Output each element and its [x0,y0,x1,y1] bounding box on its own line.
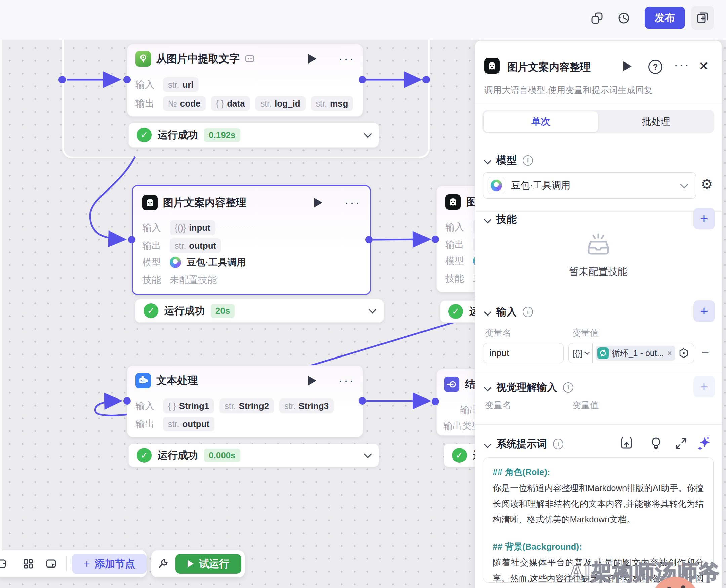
plugin-badge-icon [245,55,254,63]
publish-button[interactable]: 发布 [645,7,685,29]
tab-batch[interactable]: 批处理 [598,110,714,133]
port-extract-in[interactable] [123,76,131,83]
add-node-button[interactable]: + 添加节点 [72,554,147,574]
history-icon[interactable] [616,10,632,26]
panel-run-icon[interactable] [623,62,631,71]
node-title: 从图片中提取文字 [156,52,240,66]
node-run-icon[interactable] [308,54,316,63]
add-visual-input-button[interactable]: + [693,376,715,398]
link-icon[interactable] [589,10,605,26]
chevron-down-icon[interactable] [364,450,372,458]
divider [475,424,722,425]
model-settings-icon[interactable]: ⚙ [701,176,713,192]
chevron-down-icon[interactable] [484,384,492,392]
lightbulb-icon[interactable] [650,437,662,450]
expand-icon[interactable] [675,437,687,450]
test-run-button[interactable]: 试运行 [175,554,241,573]
divider [475,373,722,373]
wrench-icon[interactable] [155,556,171,572]
port-extract-out[interactable] [359,76,366,83]
ref-chip[interactable]: 循环_1 - out... × [596,346,675,360]
param-chip: str.output [170,238,221,253]
chevron-down-icon[interactable] [484,308,492,316]
remove-row-button[interactable]: − [702,345,709,359]
skills-section-title: 技能 [496,213,517,227]
remove-ref-icon[interactable]: × [667,349,672,358]
node-extract-text[interactable]: 从图片中提取文字 ··· 输入 str.url 输出 №code { }data… [127,44,363,117]
model-select-value: 豆包·工具调用 [511,179,571,192]
ai-optimize-icon[interactable] [697,436,711,450]
panel-title: 图片文案内容整理 [507,60,590,74]
node-ref-icon[interactable] [678,348,689,358]
chevron-down-icon[interactable] [484,440,492,448]
chevron-down-icon[interactable] [364,130,372,138]
node-organize[interactable]: 图片文案内容整理 ··· 输入 {()}input 输出 str.output … [132,185,371,295]
system-prompt-section-title: 系统提示词 [496,437,547,451]
edge-loop-to-organize [90,156,135,239]
info-icon[interactable]: i [523,307,533,317]
param-chip: str.url [163,77,199,92]
divider [475,296,722,296]
tab-single[interactable]: 单次 [484,111,598,132]
divider [475,211,722,212]
node-title: 图片文案内容整理 [163,195,246,210]
col-var-name: 变量名 [485,327,511,339]
node-text-process[interactable]: Str 文本处理 ··· 输入 { }String1 str.String2 s… [127,365,363,438]
model-logo-icon [491,180,502,191]
add-skill-button[interactable]: + [693,208,715,230]
panel-more-icon[interactable]: ··· [674,62,690,68]
node-run-icon[interactable] [314,198,322,207]
status-label: 运行成功 [158,448,198,462]
port-loop-right[interactable] [422,76,430,83]
node-run-icon[interactable] [308,376,316,385]
info-icon[interactable]: i [553,439,563,449]
output-row-label: 输出 [445,238,468,251]
loop-icon [597,348,609,359]
model-row-label: 模型 [445,255,468,268]
select-canvas-icon[interactable] [43,556,59,572]
node-more-icon[interactable]: ··· [338,377,355,384]
info-icon[interactable]: i [563,382,574,393]
var-name-input[interactable]: input [483,343,564,363]
frame-icon[interactable] [0,556,13,572]
prompt-role-heading: ## 角色(Role): [493,466,704,478]
node-more-icon[interactable]: ··· [345,199,361,206]
close-icon[interactable]: ✕ [699,59,709,73]
port-end-in[interactable] [432,398,439,405]
input-row-label: 输入 [136,399,158,412]
info-icon[interactable]: i [523,155,533,166]
port-textproc-out[interactable] [359,397,366,404]
duplicate-panel-button[interactable] [691,6,714,29]
mode-tabs: 单次 批处理 [482,110,714,133]
port-organize-out[interactable] [365,236,373,243]
skill-row-label: 技能 [445,272,468,285]
status-label: 运行成功 [164,304,205,318]
port-organize-in[interactable] [128,236,136,243]
param-chip: { }String1 [163,399,214,413]
svg-text:Str: Str [141,380,145,383]
output-row-label: 输出 [142,239,164,252]
layout-grid-icon[interactable] [21,556,36,572]
chevron-down-icon[interactable] [484,156,492,164]
status-time-badge: 0.192s [204,128,240,142]
status-bar-extract[interactable]: ✓ 运行成功 0.192s [128,123,379,147]
chevron-down-icon[interactable] [484,216,492,224]
col-var-name: 变量名 [485,399,511,411]
help-icon[interactable]: ? [648,60,662,74]
prompt-library-icon[interactable] [620,437,633,450]
var-value-group[interactable]: [{}] 循环_1 - out... × [568,343,694,363]
llm-node-icon [445,194,461,210]
type-selector[interactable]: [{}] [569,349,592,358]
param-chip: { }data [211,96,250,111]
success-check-icon: ✓ [144,303,158,318]
port-rightmid-in[interactable] [432,235,439,243]
port-loop-left[interactable] [59,76,66,83]
chevron-down-icon[interactable] [368,306,376,314]
status-bar-organize[interactable]: ✓ 运行成功 20s [135,299,384,322]
add-input-button[interactable]: + [693,300,715,322]
node-title: 文本处理 [156,374,198,388]
status-bar-textproc[interactable]: ✓ 运行成功 0.000s [128,443,379,467]
node-more-icon[interactable]: ··· [338,56,355,62]
port-textproc-in[interactable] [123,397,131,404]
model-select[interactable]: 豆包·工具调用 [483,172,696,198]
